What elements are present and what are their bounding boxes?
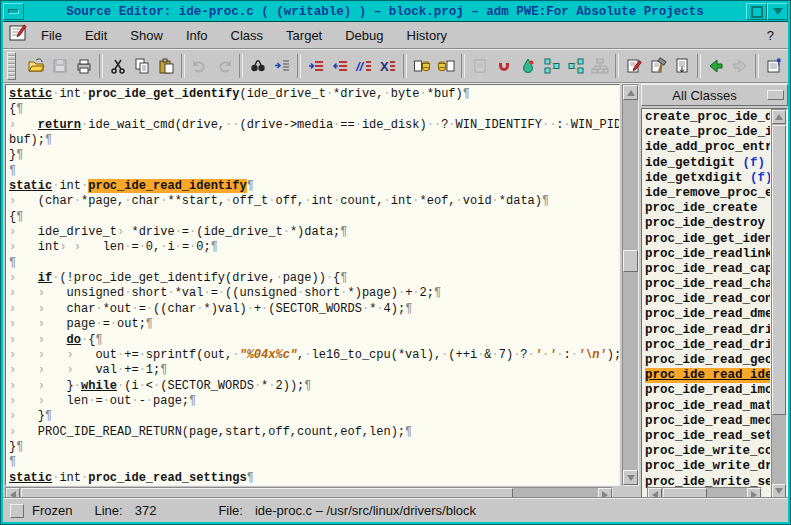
class-list-item[interactable]: ide_getxdigit (f) <box>645 171 770 186</box>
classlist-scroll-down-button[interactable] <box>772 484 786 498</box>
code-line: {¶ <box>9 102 619 117</box>
toolbar-grip-handle[interactable] <box>7 52 16 80</box>
svg-text://: // <box>355 59 365 74</box>
class-list-item[interactable]: proc_ide_read_settings <box>645 429 770 444</box>
maximize-icon <box>751 6 763 18</box>
code-area[interactable]: static·int·proc_ide_get_identify(ide_dri… <box>9 87 619 486</box>
all-classes-header[interactable]: All Classes <box>641 84 788 106</box>
help-menu[interactable]: ? <box>767 28 774 43</box>
class-list-item[interactable]: create_proc_ide_interfaces <box>645 125 770 140</box>
menu-target[interactable]: Target <box>284 25 324 46</box>
class-list-item[interactable]: proc_ide_write_driver <box>645 459 770 474</box>
code-line: › › › val·+=·1;¶ <box>9 363 619 378</box>
colorize-button[interactable] <box>516 53 540 79</box>
editor-vscroll-thumb[interactable] <box>623 250 638 272</box>
menu-edit[interactable]: Edit <box>83 25 109 46</box>
copy-icon <box>133 57 151 75</box>
code-line: static·int·proc_ide_get_identify(ide_dri… <box>9 87 619 102</box>
class-list-item[interactable]: ide_remove_proc_entries <box>645 186 770 201</box>
save-icon <box>51 57 69 75</box>
class-list-item[interactable]: proc_ide_read_drivers <box>645 338 770 353</box>
classlist-scroll-up-button[interactable] <box>772 110 786 124</box>
menu-file[interactable]: File <box>39 25 64 46</box>
window-menu-button[interactable] <box>3 3 24 20</box>
code-editor[interactable]: static·int·proc_ide_get_identify(ide_dri… <box>5 84 620 486</box>
load-from-db-button[interactable] <box>434 53 458 79</box>
class-list-item[interactable]: proc_ide_read_imodel <box>645 383 770 398</box>
class-list[interactable]: create_proc_ide_drivescreate_proc_ide_in… <box>641 108 788 500</box>
magnet-button[interactable] <box>492 53 516 79</box>
class-list-item[interactable]: proc_ide_destroy <box>645 216 770 231</box>
menu-show[interactable]: Show <box>128 25 165 46</box>
file-path-value: ide-proc.c – /usr/src/linux/drivers/bloc… <box>255 503 476 518</box>
classlist-vscroll-thumb[interactable] <box>772 125 786 415</box>
class-list-item[interactable]: proc_ide_read_driver <box>645 323 770 338</box>
undo-icon <box>191 57 209 75</box>
toolbar-separator <box>697 54 701 78</box>
editor-scroll-up-button[interactable] <box>623 85 638 100</box>
class-list-item[interactable]: proc_ide_create <box>645 201 770 216</box>
collapse-tree-button[interactable] <box>540 53 564 79</box>
paste-button[interactable] <box>154 53 178 79</box>
menu-info[interactable]: Info <box>184 25 210 46</box>
panel-collapse-icon[interactable] <box>767 90 784 100</box>
menu-history[interactable]: History <box>405 25 449 46</box>
add-to-db-button[interactable] <box>410 53 434 79</box>
find-button[interactable] <box>246 53 270 79</box>
back-button[interactable] <box>704 53 728 79</box>
class-list-item[interactable]: ide_add_proc_entries <box>645 140 770 155</box>
comment-button[interactable]: // <box>352 53 376 79</box>
uncomment-button[interactable]: X <box>376 53 400 79</box>
class-list-item[interactable]: proc_ide_write_config <box>645 444 770 459</box>
code-line: static·int·proc_ide_read_settings¶ <box>9 471 619 486</box>
class-list-item[interactable]: proc_ide_get_identify <box>645 232 770 247</box>
reload-file-button[interactable] <box>670 53 694 79</box>
shade-button[interactable] <box>767 3 788 20</box>
class-list-item[interactable]: proc_ide_readlink <box>645 247 770 262</box>
edit-file-button[interactable] <box>622 53 646 79</box>
cut-icon <box>109 57 127 75</box>
menu-debug[interactable]: Debug <box>343 25 385 46</box>
toolbar-separator <box>403 54 407 78</box>
hierarchy-button <box>588 53 612 79</box>
class-list-item[interactable]: proc_ide_read_config <box>645 292 770 307</box>
open-file-button[interactable] <box>24 53 48 79</box>
expand-tree-button[interactable] <box>564 53 588 79</box>
find-next-button[interactable] <box>270 53 294 79</box>
redo-icon <box>215 57 233 75</box>
class-list-item[interactable]: create_proc_ide_drives <box>645 110 770 125</box>
toolbar-separator <box>297 54 301 78</box>
class-list-item[interactable]: proc_ide_read_dmesg <box>645 307 770 322</box>
maximize-button[interactable] <box>746 3 767 20</box>
code-line: › › }·while·(i·<·(SECTOR_WORDS·*·2));¶ <box>9 379 619 394</box>
statusbar: Frozen Line: 372 File: ide-proc.c – /usr… <box>3 498 788 522</box>
toolbar-separator <box>461 54 465 78</box>
class-list-item[interactable]: proc_ide_read_capacity <box>645 262 770 277</box>
cut-button[interactable] <box>106 53 130 79</box>
editor-vscrollbar[interactable] <box>622 84 639 486</box>
findnext-icon <box>273 57 291 75</box>
back-icon <box>707 57 725 75</box>
frozen-toggle[interactable] <box>10 504 24 518</box>
class-list-item[interactable]: proc_ide_read_geometry <box>645 353 770 368</box>
code-line: › › page·=·out;¶ <box>9 317 619 332</box>
shift-left-button[interactable] <box>328 53 352 79</box>
print-button[interactable] <box>72 53 96 79</box>
class-list-item[interactable]: proc_ide_read_mate <box>645 399 770 414</box>
copy-button[interactable] <box>130 53 154 79</box>
shift-right-button[interactable] <box>304 53 328 79</box>
all-classes-label: All Classes <box>642 88 767 103</box>
class-list-item[interactable]: proc_ide_read_media <box>645 414 770 429</box>
properties-button[interactable] <box>762 53 786 79</box>
editor-scroll-down-button[interactable] <box>623 470 638 485</box>
menu-class[interactable]: Class <box>229 25 266 46</box>
class-list-item[interactable]: ide_getdigit (f) <box>645 156 770 171</box>
class-list-item[interactable]: proc_ide_read_identify <box>645 368 770 383</box>
classlist-vscrollbar[interactable] <box>771 109 787 499</box>
dbout-icon <box>437 57 455 75</box>
class-list-item[interactable]: proc_ide_read_channel <box>645 277 770 292</box>
hier-icon <box>591 57 609 75</box>
code-line: › (char·*page,·char·**start,·off_t·off,·… <box>9 194 619 209</box>
build-file-button[interactable] <box>646 53 670 79</box>
forward-button <box>728 53 752 79</box>
